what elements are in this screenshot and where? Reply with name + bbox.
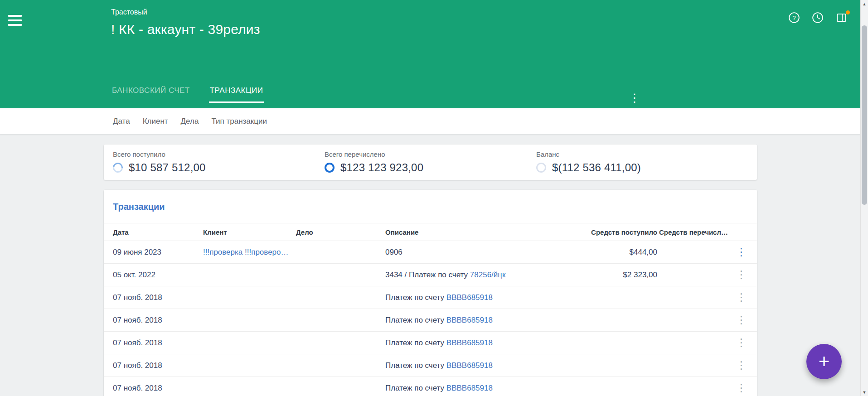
cell-received: $444,00 xyxy=(574,248,657,257)
row-menu-button[interactable]: ⋮ xyxy=(731,358,752,372)
workspace-button[interactable] xyxy=(834,11,849,26)
progress-ring-icon xyxy=(536,163,546,173)
description-link[interactable]: ВВВВ685918 xyxy=(446,338,493,347)
summary-label: Всего поступило xyxy=(113,150,325,158)
transactions-title: Транзакции xyxy=(104,190,757,223)
column-header-received: Средств поступило xyxy=(574,228,657,236)
clock-icon xyxy=(812,12,824,24)
hamburger-icon xyxy=(8,24,22,26)
hamburger-menu-button[interactable] xyxy=(8,12,28,29)
description-link[interactable]: ВВВВ685918 xyxy=(446,361,493,370)
summary-value: $10 587 512,00 xyxy=(129,161,206,174)
cell-description: Платеж по счету ВВВВ685918 xyxy=(385,293,574,302)
cell-date: 07 нояб. 2018 xyxy=(113,316,203,325)
summary-total-transferred: Всего перечислено $123 123 923,00 xyxy=(325,150,536,174)
cell-date: 05 окт. 2022 xyxy=(113,270,203,280)
summary-balance: Баланс $(112 536 411,00) xyxy=(536,150,748,174)
table-header-row: Дата Клиент Дело Описание Средств поступ… xyxy=(104,223,757,241)
hamburger-icon xyxy=(8,15,22,17)
summary-card: Всего поступило $10 587 512,00 Всего пер… xyxy=(104,145,757,180)
filter-client[interactable]: Клиент xyxy=(143,117,168,126)
cell-description: 3434 / Платеж по счету 78256/йцк xyxy=(385,270,574,280)
hamburger-icon xyxy=(8,19,22,21)
scroll-down-arrow-icon[interactable]: ▼ xyxy=(861,388,868,396)
column-header-date: Дата xyxy=(113,228,203,236)
appbar: Трастовый ! КК - аккаунт - 39релиз ? xyxy=(0,0,860,108)
transactions-card: Транзакции Дата Клиент Дело Описание Сре… xyxy=(104,190,757,396)
row-menu-button[interactable]: ⋮ xyxy=(731,268,752,282)
cell-description: Платеж по счету ВВВВ685918 xyxy=(385,338,574,348)
svg-text:?: ? xyxy=(792,14,796,21)
column-header-case: Дело xyxy=(296,228,385,236)
row-menu-button[interactable]: ⋮ xyxy=(731,336,752,350)
filter-cases[interactable]: Дела xyxy=(181,117,199,126)
progress-ring-icon xyxy=(325,163,335,173)
appbar-actions: ? xyxy=(787,11,849,26)
description-link[interactable]: ВВВВ685918 xyxy=(446,316,493,324)
description-text: Платеж по счету xyxy=(385,293,446,302)
table-row[interactable]: 07 нояб. 2018 Платеж по счету ВВВВ685918… xyxy=(104,377,757,396)
add-transaction-fab[interactable]: + xyxy=(806,344,842,379)
cell-description: Платеж по счету ВВВВ685918 xyxy=(385,361,574,370)
description-text: Платеж по счету xyxy=(385,361,446,370)
notification-dot xyxy=(846,10,850,14)
column-header-transferred: Средств перечисл… xyxy=(657,228,728,236)
table-row[interactable]: 05 окт. 2022 3434 / Платеж по счету 7825… xyxy=(104,264,757,286)
row-menu-button[interactable]: ⋮ xyxy=(731,313,752,327)
vertical-scrollbar[interactable]: ▲ ▼ xyxy=(860,0,868,396)
cell-date: 07 нояб. 2018 xyxy=(113,338,203,348)
row-menu-button[interactable]: ⋮ xyxy=(731,381,752,395)
cell-date: 09 июня 2023 xyxy=(113,248,203,257)
description-text: 0906 xyxy=(385,248,402,256)
description-link[interactable]: 78256/йцк xyxy=(470,270,506,279)
cell-client-link[interactable]: !!!проверка !!!проверо… xyxy=(203,248,296,257)
tab-transactions[interactable]: ТРАНЗАКЦИИ xyxy=(209,86,264,103)
table-row[interactable]: 07 нояб. 2018 Платеж по счету ВВВВ685918… xyxy=(104,354,757,377)
column-header-client: Клиент xyxy=(203,228,296,236)
summary-label: Всего перечислено xyxy=(325,150,536,158)
filter-transaction-type[interactable]: Тип транзакции xyxy=(211,117,267,126)
table-row[interactable]: 09 июня 2023 !!!проверка !!!проверо… 090… xyxy=(104,241,757,264)
page-title: ! КК - аккаунт - 39релиз xyxy=(111,22,260,37)
column-header-description: Описание xyxy=(385,228,574,236)
summary-value: $(112 536 411,00) xyxy=(552,161,641,174)
scroll-up-arrow-icon[interactable]: ▲ xyxy=(861,0,868,8)
description-text: Платеж по счету xyxy=(385,338,446,347)
table-row[interactable]: 07 нояб. 2018 Платеж по счету ВВВВ685918… xyxy=(104,332,757,354)
help-button[interactable]: ? xyxy=(787,11,801,26)
summary-label: Баланс xyxy=(536,150,748,158)
app-window: Трастовый ! КК - аккаунт - 39релиз ? xyxy=(0,0,868,396)
cell-description: Платеж по счету ВВВВ685918 xyxy=(385,384,574,393)
filterbar: Дата Клиент Дела Тип транзакции xyxy=(0,108,860,135)
tab-bank-account[interactable]: БАНКОВСКИЙ СЧЕТ xyxy=(111,86,191,103)
appbar-more-button[interactable]: ⋮ xyxy=(624,90,645,106)
summary-value: $123 123 923,00 xyxy=(340,161,423,174)
filter-date[interactable]: Дата xyxy=(113,117,130,126)
cell-received: $2 323,00 xyxy=(574,270,657,280)
description-link[interactable]: ВВВВ685918 xyxy=(446,293,493,302)
cell-date: 07 нояб. 2018 xyxy=(113,293,203,302)
description-text: Платеж по счету xyxy=(385,316,446,324)
cell-description: 0906 xyxy=(385,248,574,257)
account-subtitle: Трастовый xyxy=(111,8,260,16)
help-icon: ? xyxy=(788,12,800,24)
table-row[interactable]: 07 нояб. 2018 Платеж по счету ВВВВ685918… xyxy=(104,309,757,332)
row-menu-button[interactable]: ⋮ xyxy=(731,245,752,259)
tabbar: БАНКОВСКИЙ СЧЕТ ТРАНЗАКЦИИ xyxy=(111,86,860,103)
content-area: Всего поступило $10 587 512,00 Всего пер… xyxy=(0,135,860,396)
cell-date: 07 нояб. 2018 xyxy=(113,361,203,370)
summary-total-received: Всего поступило $10 587 512,00 xyxy=(113,150,325,174)
description-link[interactable]: ВВВВ685918 xyxy=(446,384,493,392)
cell-date: 07 нояб. 2018 xyxy=(113,384,203,393)
description-text: Платеж по счету xyxy=(385,384,446,392)
row-menu-button[interactable]: ⋮ xyxy=(731,290,752,304)
table-row[interactable]: 07 нояб. 2018 Платеж по счету ВВВВ685918… xyxy=(104,286,757,309)
title-block: Трастовый ! КК - аккаунт - 39релиз xyxy=(111,8,260,37)
description-text: 3434 / Платеж по счету xyxy=(385,270,470,279)
scrollbar-thumb[interactable] xyxy=(862,25,867,205)
progress-ring-icon xyxy=(111,161,125,175)
cell-description: Платеж по счету ВВВВ685918 xyxy=(385,316,574,325)
history-button[interactable] xyxy=(811,11,824,26)
transactions-body: 09 июня 2023 !!!проверка !!!проверо… 090… xyxy=(104,241,757,396)
